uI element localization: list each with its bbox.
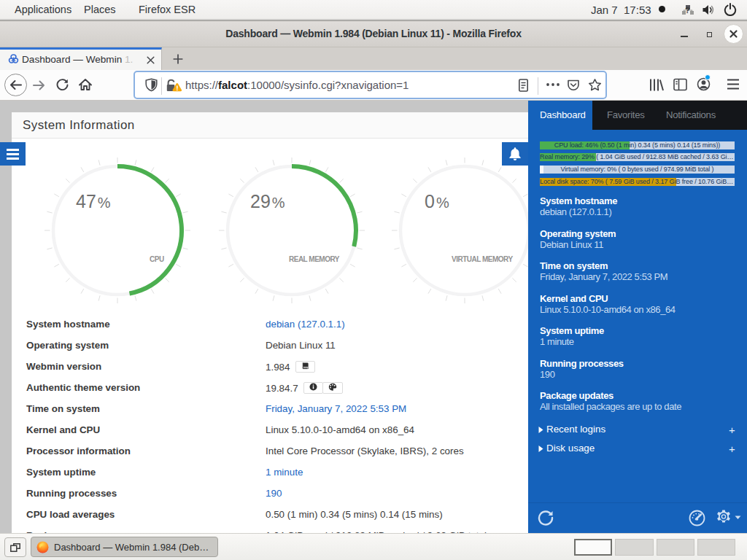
svg-text:?: ? xyxy=(685,6,690,15)
